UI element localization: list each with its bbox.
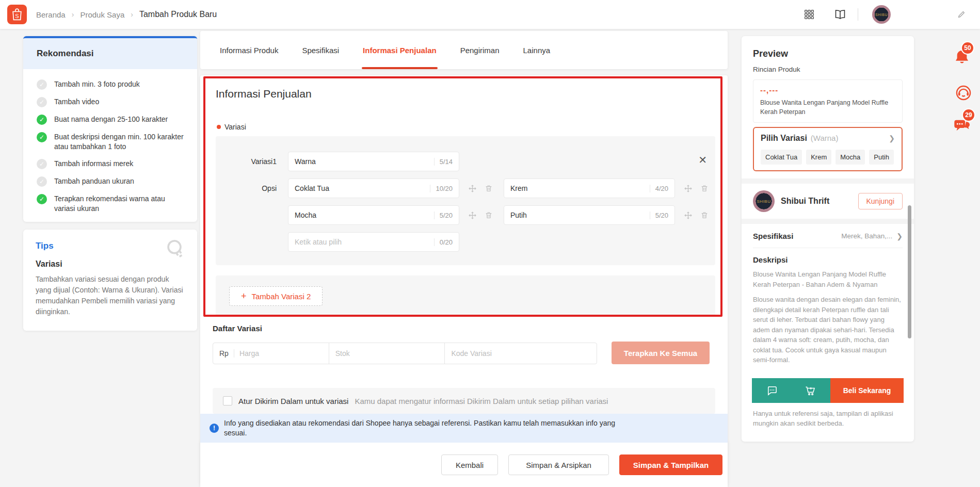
chip-coklat-tua[interactable]: Coklat Tua (761, 150, 802, 165)
section-divider (742, 219, 914, 224)
breadcrumb-current: Tambah Produk Baru (139, 10, 217, 19)
option-input-mocha[interactable]: Mocha 5/20 (288, 205, 459, 225)
pick-variation-label: Pilih Variasi (761, 134, 807, 143)
option-input-krem[interactable]: Krem 4/20 (504, 178, 675, 198)
section-title: Informasi Penjualan (216, 88, 312, 100)
plus-icon: + (241, 291, 247, 301)
edit-pencil-icon[interactable] (954, 0, 969, 29)
variation-name-value: Warna (295, 157, 430, 166)
breadcrumb-produk-saya[interactable]: Produk Saya (80, 10, 124, 19)
chat-count-badge[interactable]: 29 (962, 108, 975, 122)
buy-now-button[interactable]: Beli Sekarang (830, 378, 904, 403)
char-counter: 5/20 (650, 212, 668, 219)
description-paragraph: Blouse Wanita Lengan Panjang Model Ruffl… (753, 269, 903, 289)
preview-scrollbar[interactable] (908, 205, 911, 338)
chevron-right-icon: ❯ (896, 232, 903, 240)
save-publish-button[interactable]: Simpan & Tampilkan (619, 454, 722, 475)
preview-action-bar: Beli Sekarang (752, 378, 904, 403)
back-button[interactable]: Kembali (441, 454, 498, 475)
price-placeholder: Harga (239, 349, 259, 358)
price-field[interactable]: Rp Harga (213, 343, 329, 364)
tab-lainnya[interactable]: Lainnya (523, 31, 551, 69)
options-label: Opsi (216, 178, 277, 198)
support-headset-icon[interactable] (955, 84, 972, 103)
rekomendasi-item-label: Buat deskripsi dengan min. 100 karakter … (54, 132, 187, 152)
add-to-cart-icon[interactable] (805, 385, 816, 397)
option-placeholder: Ketik atau pilih (295, 238, 430, 246)
close-icon[interactable]: ✕ (698, 155, 707, 165)
sku-field[interactable]: Kode Variasi (445, 343, 597, 364)
sku-placeholder: Kode Variasi (451, 349, 491, 358)
option-input-coklat-tua[interactable]: Coklat Tua 10/20 (288, 178, 459, 198)
specification-value: Merek, Bahan,... (841, 232, 892, 240)
tab-bar: Informasi Produk Spesifikasi Informasi P… (200, 31, 728, 69)
required-dot-icon (217, 125, 221, 129)
trash-icon[interactable] (483, 209, 494, 221)
product-price: --,--- (760, 86, 895, 94)
variasi-required-label: Variasi (217, 123, 246, 131)
trash-icon[interactable] (699, 209, 710, 221)
topbar-divider (858, 8, 858, 21)
list-item: ✓ Tambah informasi merek (37, 159, 187, 169)
trash-icon[interactable] (699, 183, 710, 194)
save-archive-button[interactable]: Simpan & Arsipkan (508, 454, 609, 475)
rekomendasi-item-label: Buat nama dengan 25-100 karakter (54, 115, 168, 124)
check-icon: ✓ (37, 115, 47, 125)
apps-grid-icon[interactable] (800, 0, 818, 29)
add-variation-button[interactable]: + Tambah Variasi 2 (229, 286, 323, 306)
app-root: S Beranda › Produk Saya › Tambah Produk … (0, 0, 980, 487)
tab-pengiriman[interactable]: Pengiriman (460, 31, 500, 69)
tab-informasi-penjualan[interactable]: Informasi Penjualan (363, 31, 437, 69)
notification-count-badge[interactable]: 50 (961, 41, 974, 55)
topbar: S Beranda › Produk Saya › Tambah Produk … (0, 0, 980, 29)
stock-field[interactable]: Stok (329, 343, 445, 364)
description-section: Deskripsi Blouse Wanita Lengan Panjang M… (753, 255, 903, 365)
rekomendasi-list: ✓ Tambah min. 3 foto produk ✓ Tambah vid… (23, 69, 197, 214)
guide-book-icon[interactable] (831, 0, 849, 29)
check-icon: ✓ (37, 79, 47, 90)
chip-putih[interactable]: Putih (869, 150, 894, 165)
list-item: ✓ Tambah panduan ukuran (37, 176, 187, 187)
char-counter: 0/20 (434, 238, 453, 246)
avatar[interactable]: SHIBU (872, 5, 891, 24)
shopee-logo[interactable]: S (7, 5, 27, 24)
tab-informasi-produk[interactable]: Informasi Produk (220, 31, 278, 69)
tips-heading: Variasi (36, 259, 185, 269)
specification-label: Spesifikasi (753, 232, 841, 240)
visit-shop-button[interactable]: Kunjungi (858, 193, 903, 209)
drag-move-icon[interactable] (467, 209, 478, 221)
pick-variation-box[interactable]: Pilih Variasi (Warna) ❯ Coklat Tua Krem … (753, 127, 903, 171)
tips-body: Tambahkan variasi sesuai dengan produk y… (36, 274, 185, 317)
breadcrumb-beranda[interactable]: Beranda (36, 10, 66, 19)
tab-spesifikasi[interactable]: Spesifikasi (302, 31, 339, 69)
form-footer: Kembali Simpan & Arsipkan Simpan & Tampi… (200, 443, 728, 487)
chip-mocha[interactable]: Mocha (836, 150, 865, 165)
chat-count: 29 (965, 111, 972, 119)
variation-name-input[interactable]: Warna 5/14 (288, 152, 459, 171)
drag-move-icon[interactable] (467, 183, 478, 194)
pick-variation-header: Pilih Variasi (Warna) ❯ (761, 134, 895, 143)
checkbox[interactable] (223, 396, 232, 405)
list-item: ✓ Tambah min. 3 foto produk (37, 79, 187, 90)
specification-row[interactable]: Spesifikasi Merek, Bahan,... ❯ (753, 224, 903, 248)
preview-panel: Preview Rincian Produk --,--- Blouse Wan… (742, 36, 914, 442)
info-icon: ! (210, 424, 219, 433)
chat-icon[interactable] (766, 385, 778, 397)
shop-avatar: SHIBU (753, 190, 775, 212)
rekomendasi-title: Rekomendasi (23, 38, 197, 69)
list-item: ✓ Tambah video (37, 97, 187, 107)
drag-move-icon[interactable] (682, 209, 694, 221)
drag-move-icon[interactable] (682, 183, 694, 194)
preview-footnote: Hanya untuk referensi saja, tampilan di … (753, 409, 903, 429)
option-input-new[interactable]: Ketik atau pilih 0/20 (288, 232, 459, 252)
chip-krem[interactable]: Krem (806, 150, 831, 165)
rekomendasi-card: Rekomendasi ✓ Tambah min. 3 foto produk … (23, 36, 197, 222)
option-input-putih[interactable]: Putih 5/20 (504, 205, 675, 225)
shop-name: Shibui Thrift (781, 197, 852, 206)
chevron-right-icon: ❯ (889, 134, 895, 142)
shipping-variation-row: Atur Dikirim Dalam untuk variasi Kamu da… (213, 388, 715, 414)
trash-icon[interactable] (483, 183, 494, 194)
apply-to-all-button[interactable]: Terapkan Ke Semua (612, 342, 710, 364)
rekomendasi-item-label: Tambah video (54, 97, 99, 107)
check-icon: ✓ (37, 159, 47, 169)
